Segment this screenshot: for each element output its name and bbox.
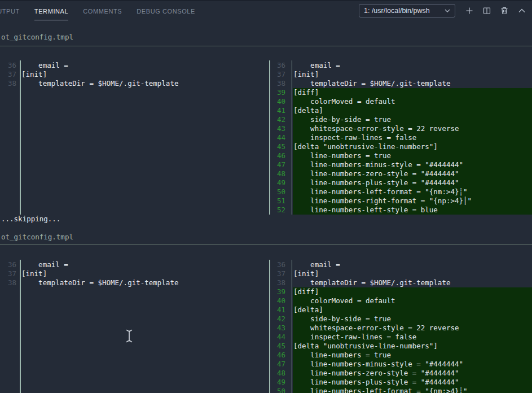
diff-line-added: 47 line-numbers-minus-style = "#444444" (265, 160, 532, 169)
tab-terminal[interactable]: TERMINAL (34, 1, 68, 20)
diff-line: 38 templateDir = $HOME/.git-template (265, 79, 532, 88)
line-text: email = (293, 260, 532, 269)
line-number: 40 (265, 97, 285, 106)
split-terminal-button[interactable] (481, 5, 493, 17)
line-text: email = (16, 61, 265, 70)
line-text: line-numbers-zero-style = "#444444" (293, 169, 532, 178)
panel-separator (269, 60, 270, 215)
line-number: 39 (265, 88, 285, 97)
line-number: 37 (0, 70, 16, 79)
gutter-separator (292, 260, 293, 393)
pager-skipping-text: ...skipping... (1, 215, 532, 224)
line-number: 41 (265, 305, 285, 315)
line-number: 51 (265, 197, 285, 206)
blank-line (0, 224, 532, 233)
vscode-terminal-panel: { "header": { "tabs": [ {"label": "OUTPU… (0, 0, 532, 393)
line-number: 46 (265, 351, 285, 360)
line-text: inspect-raw-lines = false (293, 333, 532, 342)
line-number: 41 (265, 106, 285, 115)
line-text: whitespace-error-style = 22 reverse (293, 324, 532, 333)
diff-line-added: 50 line-numbers-left-format = "{nm:>4}┊" (265, 187, 532, 197)
line-text: [diff] (293, 287, 532, 296)
line-number: 36 (265, 260, 285, 269)
diff-line-added: 49 line-numbers-plus-style = "#444444" (265, 178, 532, 187)
line-text: line-numbers = true (293, 151, 532, 160)
line-text: templateDir = $HOME/.git-template (16, 278, 265, 287)
terminal-picker-dropdown[interactable]: 1: /usr/local/bin/pwsh (359, 4, 455, 18)
file-header-underline (0, 46, 532, 46)
chevron-down-icon (445, 9, 450, 12)
diff-pane-minus: 36 email =37[init]38 templateDir = $HOME… (0, 260, 265, 393)
line-text: templateDir = $HOME/.git-template (293, 79, 532, 88)
line-number: 40 (265, 296, 285, 305)
line-number: 39 (265, 287, 285, 296)
gutter-separator (20, 60, 21, 215)
line-number: 43 (265, 324, 285, 333)
line-number: 47 (265, 360, 285, 369)
line-text: line-numbers-minus-style = "#444444" (293, 360, 532, 369)
line-text: [delta "unobtrusive-line-numbers"] (293, 342, 532, 351)
line-number: 37 (265, 70, 285, 79)
gutter-separator (20, 260, 21, 393)
line-number: 36 (0, 61, 16, 70)
diff-line: 36 email = (265, 260, 532, 269)
diff-line-added: 42 side-by-side = true (265, 315, 532, 324)
diff-line: 37[init] (0, 269, 265, 278)
line-text: templateDir = $HOME/.git-template (16, 79, 265, 88)
tab-output[interactable]: OUTPUT (0, 1, 20, 20)
tab-debug-console[interactable]: DEBUG CONSOLE (137, 1, 195, 20)
tab-comments[interactable]: COMMENTS (83, 1, 122, 20)
line-number: 45 (265, 142, 285, 151)
line-text: [delta] (293, 106, 532, 115)
line-number: 52 (265, 206, 285, 215)
line-number: 49 (265, 378, 285, 387)
line-text: line-numbers = true (293, 351, 532, 360)
diff-line-added: 39[diff] (265, 287, 532, 296)
diff-line-added: 48 line-numbers-zero-style = "#444444" (265, 169, 532, 178)
line-text: side-by-side = true (293, 115, 532, 124)
diff-line: 38 templateDir = $HOME/.git-template (0, 79, 265, 88)
maximize-panel-button[interactable] (516, 5, 528, 17)
file-header-underline (0, 244, 532, 244)
diff-line-added: 45[delta "unobtrusive-line-numbers"] (265, 142, 532, 151)
plus-icon (465, 6, 474, 15)
trash-icon (500, 6, 509, 15)
line-text: line-numbers-left-style = blue (293, 206, 532, 215)
line-number: 42 (265, 315, 285, 324)
terminal-picker-value: 1: /usr/local/bin/pwsh (364, 7, 441, 15)
line-text: [delta "unobtrusive-line-numbers"] (293, 142, 532, 151)
diff-line: 37[init] (0, 70, 265, 79)
line-text: [diff] (293, 88, 532, 97)
line-number: 36 (265, 61, 285, 70)
line-text: colorMoved = default (293, 97, 532, 106)
diff-line-added: 41[delta] (265, 305, 532, 315)
chevron-up-icon (518, 8, 526, 13)
diff-section-top: 36 email =37[init]38 templateDir = $HOME… (0, 60, 532, 215)
diff-line: 37[init] (265, 70, 532, 79)
line-number: 44 (265, 333, 285, 342)
text-ibeam-cursor (125, 329, 133, 346)
diff-line-added: 46 line-numbers = true (265, 151, 532, 160)
diff-line-added: 48 line-numbers-zero-style = "#444444" (265, 369, 532, 378)
line-number: 45 (265, 342, 285, 351)
terminal-output[interactable]: ot_gitconfig.tmpl 36 email =37[init]38 t… (0, 20, 532, 393)
line-number: 49 (265, 178, 285, 187)
diff-pane-plus: 36 email =37[init]38 templateDir = $HOME… (265, 260, 532, 393)
diff-line-added: 42 side-by-side = true (265, 115, 532, 124)
line-number: 37 (0, 269, 16, 278)
diff-line-added: 45[delta "unobtrusive-line-numbers"] (265, 342, 532, 351)
panel-tabs: OUTPUTTERMINALCOMMENTSDEBUG CONSOLE (0, 1, 195, 20)
line-text: colorMoved = default (293, 296, 532, 305)
new-terminal-button[interactable] (463, 5, 476, 17)
kill-terminal-button[interactable] (498, 5, 511, 17)
line-number: 50 (265, 387, 285, 393)
diff-line-added: 41[delta] (265, 106, 532, 115)
line-text: line-numbers-right-format = "{np:>4}│" (293, 197, 532, 206)
diff-line-added: 39[diff] (265, 88, 532, 97)
line-number: 48 (265, 169, 285, 178)
diff-line-added: 44 inspect-raw-lines = false (265, 333, 532, 342)
line-text: line-numbers-left-format = "{nm:>4}┊" (293, 187, 532, 197)
line-text: line-numbers-left-format = "{nm:>4}┊" (293, 387, 532, 393)
line-text: line-numbers-plus-style = "#444444" (293, 378, 532, 387)
diff-line-added: 40 colorMoved = default (265, 296, 532, 305)
